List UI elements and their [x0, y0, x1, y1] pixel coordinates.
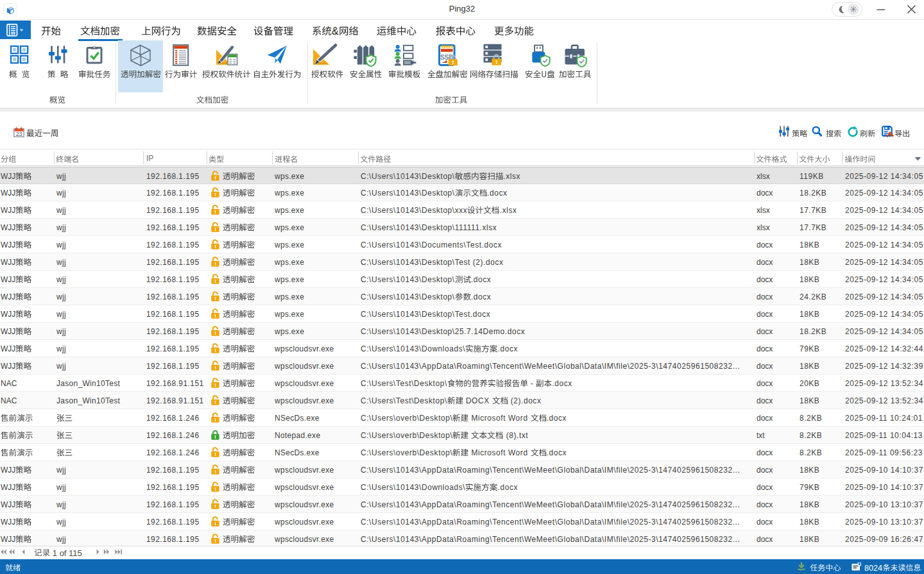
- svg-text:23: 23: [16, 131, 22, 137]
